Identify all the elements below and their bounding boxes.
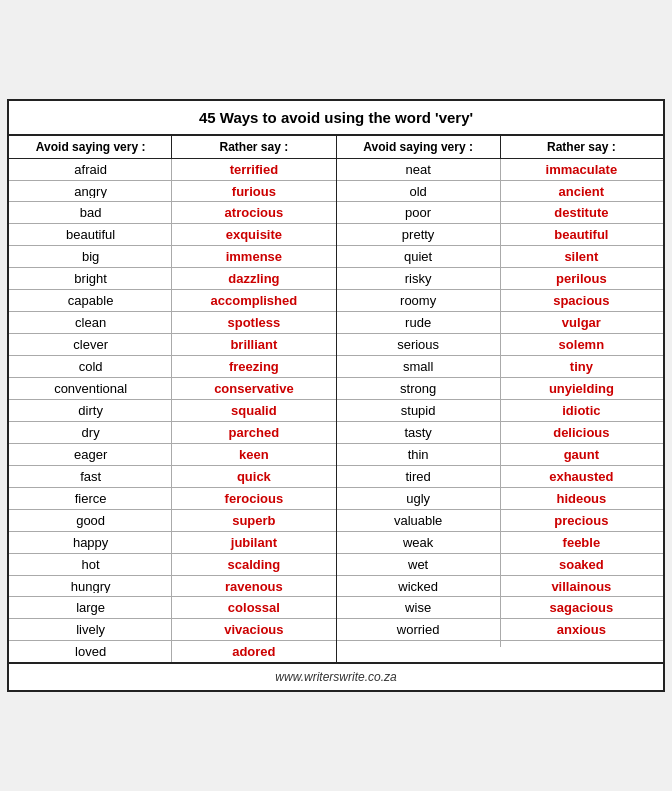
rather-word: freezing xyxy=(172,356,335,377)
right-half: Avoid saying very : Rather say : neatimm… xyxy=(337,136,664,662)
rather-word: immense xyxy=(172,246,335,267)
table-row: lovedadored xyxy=(9,641,336,662)
rather-word: exhausted xyxy=(501,466,663,487)
rather-word: anxious xyxy=(501,619,663,640)
avoid-word: cold xyxy=(9,356,172,377)
right-rows: neatimmaculateoldancientpoordestitutepre… xyxy=(337,159,664,647)
table-row: eagerkeen xyxy=(9,444,336,466)
rather-word: ancient xyxy=(501,181,663,201)
table-row: afraidterrified xyxy=(9,159,336,181)
rather-word: soaked xyxy=(501,554,663,575)
rather-word: scalding xyxy=(172,554,335,575)
table-row: conventionalconservative xyxy=(9,378,336,400)
rather-word: accomplished xyxy=(172,290,335,311)
rather-word: vulgar xyxy=(501,312,663,333)
rather-word: delicious xyxy=(501,422,663,443)
table-row: dryparched xyxy=(9,422,336,444)
rather-word: idiotic xyxy=(501,400,663,421)
rather-word: jubilant xyxy=(172,532,335,553)
avoid-word: roomy xyxy=(337,290,501,311)
main-container: 45 Ways to avoid using the word 'very' A… xyxy=(7,99,665,692)
table-row: valuableprecious xyxy=(337,510,664,532)
footer: www.writerswrite.co.za xyxy=(9,663,663,690)
rather-word: perilous xyxy=(501,268,663,289)
table-row: weakfeeble xyxy=(337,532,664,554)
rather-word: tiny xyxy=(501,356,663,377)
rather-word: gaunt xyxy=(501,444,663,465)
rather-word: spacious xyxy=(501,290,663,311)
rather-word: colossal xyxy=(172,597,335,618)
avoid-word: serious xyxy=(337,334,501,355)
page-title: 45 Ways to avoid using the word 'very' xyxy=(9,101,663,136)
avoid-word: worried xyxy=(337,619,501,640)
table-row: coldfreezing xyxy=(9,356,336,378)
avoid-word: valuable xyxy=(337,510,501,531)
left-rather-header: Rather say : xyxy=(172,136,335,158)
left-rows: afraidterrifiedangryfuriousbadatrociousb… xyxy=(9,159,336,662)
avoid-word: afraid xyxy=(9,159,172,180)
table-row: hungryravenous xyxy=(9,576,336,597)
table-row: tiredexhausted xyxy=(337,466,664,488)
avoid-word: poor xyxy=(337,202,501,223)
table-row: roomyspacious xyxy=(337,290,664,312)
left-header: Avoid saying very : Rather say : xyxy=(9,136,336,159)
table-row: serioussolemn xyxy=(337,334,664,356)
avoid-word: eager xyxy=(9,444,172,465)
table-row: prettybeautiful xyxy=(337,224,664,246)
table-row: bigimmense xyxy=(9,246,336,268)
table-row: fierceferocious xyxy=(9,488,336,510)
table-row: cleverbrilliant xyxy=(9,334,336,356)
right-rather-header: Rather say : xyxy=(501,136,663,158)
rather-word: squalid xyxy=(172,400,335,421)
rather-word: terrified xyxy=(172,159,335,180)
avoid-word: angry xyxy=(9,181,172,201)
rather-word: precious xyxy=(501,510,663,531)
avoid-word: dry xyxy=(9,422,172,443)
table-row xyxy=(337,641,664,647)
avoid-word: conventional xyxy=(9,378,172,399)
table-row: livelyvivacious xyxy=(9,619,336,641)
avoid-word: fast xyxy=(9,466,172,487)
table-row: uglyhideous xyxy=(337,488,664,510)
avoid-word: neat xyxy=(337,159,501,180)
avoid-word: tired xyxy=(337,466,501,487)
avoid-word: hot xyxy=(9,554,172,575)
avoid-word: quiet xyxy=(337,246,501,267)
rather-word: feeble xyxy=(501,532,663,553)
rather-word: keen xyxy=(172,444,335,465)
table-row: thingaunt xyxy=(337,444,664,466)
avoid-word: clever xyxy=(9,334,172,355)
avoid-word: bright xyxy=(9,268,172,289)
avoid-word: good xyxy=(9,510,172,531)
rather-word: parched xyxy=(172,422,335,443)
left-avoid-header: Avoid saying very : xyxy=(9,136,172,158)
table-row: wickedvillainous xyxy=(337,576,664,597)
avoid-word: capable xyxy=(9,290,172,311)
table-row: capableaccomplished xyxy=(9,290,336,312)
avoid-word: happy xyxy=(9,532,172,553)
table-row: largecolossal xyxy=(9,597,336,619)
table-row: strongunyielding xyxy=(337,378,664,400)
table-row: hotscalding xyxy=(9,554,336,576)
rather-word: vivacious xyxy=(172,619,335,640)
rather-word xyxy=(501,641,663,647)
avoid-word: stupid xyxy=(337,400,501,421)
rather-word: ravenous xyxy=(172,576,335,596)
rather-word: quick xyxy=(172,466,335,487)
table-row: badatrocious xyxy=(9,202,336,224)
rather-word: villainous xyxy=(501,576,663,596)
rather-word: hideous xyxy=(501,488,663,509)
avoid-word: loved xyxy=(9,641,172,662)
table-row: smalltiny xyxy=(337,356,664,378)
right-avoid-header: Avoid saying very : xyxy=(337,136,501,158)
rather-word: conservative xyxy=(172,378,335,399)
table-row: happyjubilant xyxy=(9,532,336,554)
table-row: riskyperilous xyxy=(337,268,664,290)
avoid-word xyxy=(337,641,501,647)
rather-word: destitute xyxy=(501,202,663,223)
rather-word: spotless xyxy=(172,312,335,333)
avoid-word: lively xyxy=(9,619,172,640)
avoid-word: beautiful xyxy=(9,224,172,245)
rather-word: brilliant xyxy=(172,334,335,355)
avoid-word: rude xyxy=(337,312,501,333)
